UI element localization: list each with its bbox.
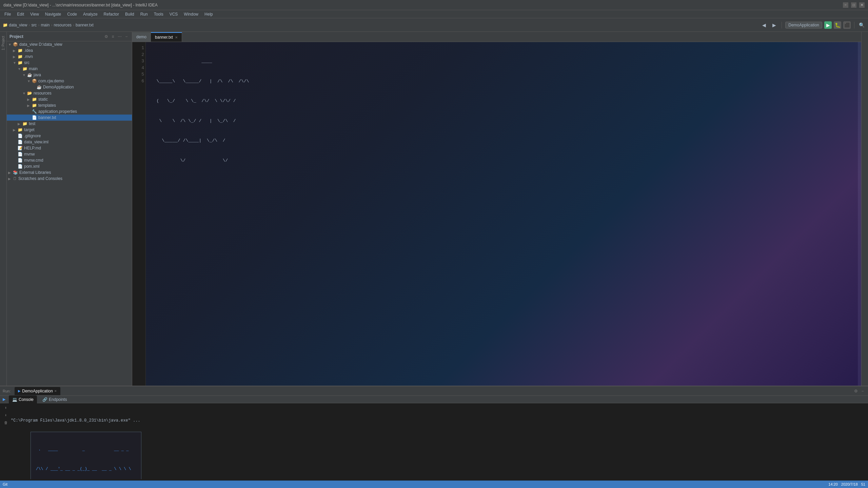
menu-navigate[interactable]: Navigate [42, 11, 64, 17]
tree-item-java[interactable]: ▼ ☕ java [7, 72, 132, 78]
run-play-icon[interactable]: ▶ [3, 397, 5, 402]
menu-code[interactable]: Code [64, 11, 80, 17]
minimize-button[interactable]: − [843, 2, 848, 8]
status-date: 2020/7/18 [841, 482, 858, 486]
project-panel-tab[interactable]: 1: Project [1, 35, 6, 52]
tree-item-src[interactable]: ▼ 📁 src [7, 60, 132, 66]
tree-item-target[interactable]: ▶ 📁 target [7, 127, 132, 133]
tree-item-help-md[interactable]: ▶ 📝 HELP.md [7, 145, 132, 151]
menu-file[interactable]: File [2, 11, 14, 17]
project-panel: Project ⚙ ≡ ⋯ − ▼ 📦 data_view D:\data_vi… [7, 32, 132, 386]
menu-run[interactable]: Run [138, 11, 151, 17]
console-content: ⬆ ⬇ 🗑 "C:\Program Files\Java\jdk1.8.0_23… [0, 403, 868, 481]
sync-icon[interactable]: ⚙ [103, 34, 109, 39]
run-label: Run: [3, 389, 11, 393]
menu-edit[interactable]: Edit [14, 11, 27, 17]
gear-icon[interactable]: ≡ [110, 34, 116, 39]
tab-close-icon[interactable]: ✕ [175, 36, 178, 39]
project-title: Project [9, 34, 23, 39]
tree-item-pom-xml[interactable]: ▶ 📄 pom.xml [7, 163, 132, 169]
console-cmd-line: "C:\Program Files\Java\jdk1.8.0_231\bin\… [11, 418, 865, 424]
left-side-panel: 1: Project [0, 32, 7, 386]
code-editor[interactable]: ____ \_____\ \_____/ | /\ /\ /\/\ ( \_/ … [146, 42, 858, 386]
breadcrumb-module[interactable]: 📁 data_view [3, 23, 27, 27]
scroll-down-icon[interactable]: ⬇ [3, 413, 9, 419]
status-right: 14:20 2020/7/18 51 [828, 482, 865, 486]
menu-refactor[interactable]: Refactor [101, 11, 122, 17]
tree-item-idea[interactable]: ▶ 📁 .idea [7, 47, 132, 54]
editor-tabs: demo banner.txt ✕ [132, 32, 861, 42]
breadcrumb: 📁 data_view › src › main › resources › b… [3, 23, 94, 27]
title-text: data_view [D:\data_view] - ...\src\main\… [3, 3, 158, 7]
menu-bar: File Edit View Navigate Code Analyze Ref… [0, 10, 868, 18]
file-tree: ▼ 📦 data_view D:\data_view ▶ 📁 .idea ▶ 📁… [7, 41, 132, 386]
tree-item-data_view-iml[interactable]: ▶ 📄 data_view.iml [7, 139, 132, 145]
run-config-area: ◀ ▶ DemoApplication ▶ 🐛 ⬛ 🔍 [760, 21, 865, 29]
endpoints-tab[interactable]: 🔗 Endpoints [39, 395, 70, 404]
bottom-tabs-bar: Run: ▶ DemoApplication ✕ ⚙ − [0, 386, 868, 396]
menu-analyze[interactable]: Analyze [80, 11, 100, 17]
search-everywhere-button[interactable]: 🔍 [858, 21, 865, 29]
tree-item-package[interactable]: ▼ 📦 com.cjw.demo [7, 78, 132, 84]
tree-item-mvn[interactable]: ▶ 📁 .mvn [7, 54, 132, 60]
tree-item-scratches-consoles[interactable]: ▶ 🗒 Scratches and Consoles [7, 176, 132, 182]
scroll-up-icon[interactable]: ⬆ [3, 405, 9, 411]
right-side-panel [861, 32, 868, 386]
menu-window[interactable]: Window [181, 11, 201, 17]
settings-icon-bottom[interactable]: ⚙ [853, 388, 859, 394]
debug-button[interactable]: 🐛 [834, 21, 841, 29]
tree-item-application-properties[interactable]: ▶ 🔧 application.properties [7, 108, 132, 115]
editor-tab-banner-txt[interactable]: banner.txt ✕ [151, 32, 182, 42]
toolbar: 📁 data_view › src › main › resources › b… [0, 18, 868, 32]
tree-item-resources[interactable]: ▼ 📂 resources [7, 90, 132, 96]
run-button[interactable]: ▶ [824, 21, 832, 29]
window-controls: − □ ✕ [843, 2, 865, 8]
tree-item-external-libraries[interactable]: ▶ 📚 External Libraries [7, 169, 132, 176]
status-time: 14:20 [828, 482, 838, 486]
tree-item-gitignore[interactable]: ▶ 📄 .gitignore [7, 133, 132, 139]
title-bar: data_view [D:\data_view] - ...\src\main\… [0, 0, 868, 10]
toolbar-separator-1 [782, 22, 782, 28]
project-header-icons: ⚙ ≡ ⋯ − [103, 34, 129, 39]
tree-item-main[interactable]: ▼ 📁 main [7, 66, 132, 72]
menu-help[interactable]: Help [202, 11, 216, 17]
toolbar-back-btn[interactable]: ◀ [760, 21, 768, 29]
tree-item-templates[interactable]: ▶ 📁 templates [7, 102, 132, 108]
stop-button[interactable]: ⬛ [843, 21, 851, 29]
tree-item-data_view[interactable]: ▼ 📦 data_view D:\data_view [7, 41, 132, 47]
console-tab[interactable]: 💻 Console [9, 395, 37, 404]
breadcrumb-resources[interactable]: resources [54, 23, 72, 27]
menu-vcs[interactable]: VCS [167, 11, 181, 17]
ascii-art-box: . ____ _ __ _ _ /\\ / ___'_ __ _ _(_)_ _… [31, 432, 142, 479]
bottom-right-icons: ⚙ − [853, 388, 865, 394]
menu-build[interactable]: Build [122, 11, 137, 17]
editor-content: 1 2 3 4 5 6 ____ \_____\ \_____/ | /\ /\… [132, 42, 861, 386]
breadcrumb-src[interactable]: src [31, 23, 37, 27]
tree-item-mvnw[interactable]: ▶ 📄 mvnw [7, 151, 132, 157]
status-git: Git [3, 482, 7, 486]
minimize-bottom-icon[interactable]: − [860, 388, 865, 394]
settings-icon[interactable]: ⋯ [117, 34, 122, 39]
close-button[interactable]: ✕ [859, 2, 865, 8]
menu-tools[interactable]: Tools [151, 11, 166, 17]
tree-item-static[interactable]: ▶ 📁 static [7, 96, 132, 102]
editor-area: demo banner.txt ✕ 1 2 3 4 5 6 ____ [132, 32, 861, 386]
menu-view[interactable]: View [27, 11, 42, 17]
breadcrumb-file[interactable]: banner.txt [76, 23, 94, 27]
collapse-icon[interactable]: − [124, 34, 129, 39]
clear-console-icon[interactable]: 🗑 [3, 420, 9, 426]
maximize-button[interactable]: □ [851, 2, 856, 8]
breadcrumb-main[interactable]: main [41, 23, 50, 27]
status-col: 51 [861, 482, 865, 486]
tree-item-DemoApplication[interactable]: ▶ ☕ DemoApplication [7, 84, 132, 90]
tree-item-test[interactable]: ▶ 📁 test [7, 121, 132, 127]
main-content: 1: Project Project ⚙ ≡ ⋯ − ▼ 📦 data_view… [0, 32, 868, 386]
editor-scrollbar[interactable] [858, 42, 861, 386]
console-text-area: "C:\Program Files\Java\jdk1.8.0_231\bin\… [11, 405, 865, 479]
toolbar-forward-btn[interactable]: ▶ [770, 21, 778, 29]
run-config-name[interactable]: DemoApplication [785, 22, 822, 28]
bottom-tab-demoapplication[interactable]: ▶ DemoApplication ✕ [15, 387, 60, 395]
editor-tab-demo[interactable]: demo [132, 32, 151, 42]
tree-item-mvnw-cmd[interactable]: ▶ 📄 mvnw.cmd [7, 157, 132, 163]
tree-item-banner-txt[interactable]: ▶ 📄 banner.txt [7, 115, 132, 121]
